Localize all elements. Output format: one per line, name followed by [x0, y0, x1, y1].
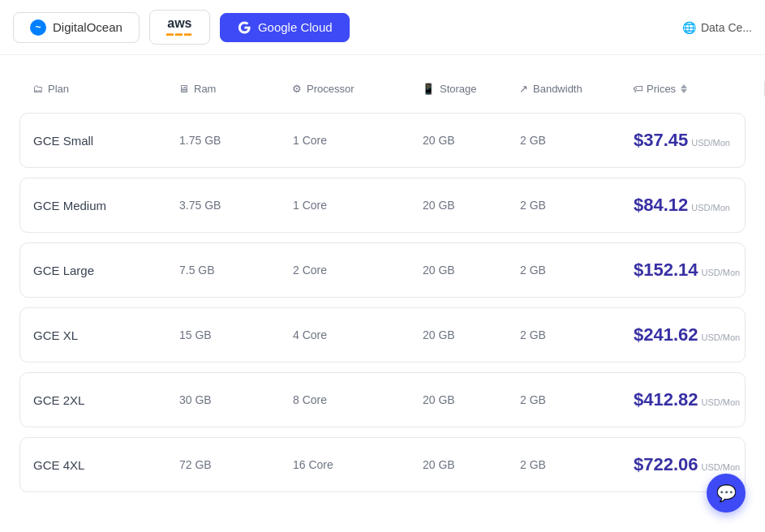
plan-bandwidth: 2 GB: [520, 134, 634, 147]
plan-storage: 20 GB: [423, 458, 520, 471]
storage-column-header: 📱 Storage: [422, 83, 519, 95]
plan-processor: 4 Core: [293, 328, 423, 341]
plan-name: GCE Large: [33, 264, 179, 277]
prices-column-header[interactable]: 🏷 Prices: [633, 83, 765, 95]
bandwidth-column-icon: ↗: [519, 83, 528, 95]
plan-processor: 2 Core: [293, 264, 423, 277]
plan-row[interactable]: GCE XL 15 GB 4 Core 20 GB 2 GB $241.62 U…: [19, 307, 746, 363]
plan-storage: 20 GB: [423, 393, 520, 406]
plan-processor: 1 Core: [293, 199, 423, 212]
plan-processor: 16 Core: [293, 458, 423, 471]
googlecloud-label: Google Cloud: [258, 20, 333, 34]
plan-price: $241.62 USD/Mon: [634, 324, 765, 345]
plan-processor: 8 Core: [293, 393, 423, 406]
price-unit: USD/Mon: [691, 203, 730, 212]
plan-ram: 3.75 GB: [179, 199, 293, 212]
plan-name: GCE 4XL: [33, 458, 179, 472]
ram-column-header: 🖥 Ram: [178, 83, 292, 95]
plan-storage: 20 GB: [423, 328, 520, 341]
plan-storage: 20 GB: [423, 134, 520, 147]
price-unit: USD/Mon: [702, 462, 741, 472]
processor-column-icon: ⚙: [292, 83, 302, 95]
plan-name: GCE Medium: [33, 199, 179, 212]
plan-name: GCE 2XL: [33, 393, 179, 407]
aws-button[interactable]: aws ▬▬▬: [149, 10, 210, 45]
plan-row[interactable]: GCE Large 7.5 GB 2 Core 20 GB 2 GB $152.…: [19, 242, 746, 298]
plan-row[interactable]: GCE 2XL 30 GB 8 Core 20 GB 2 GB $412.82 …: [19, 372, 746, 427]
price-unit: USD/Mon: [702, 332, 741, 342]
price-value: $37.45: [634, 130, 688, 151]
plan-storage: 20 GB: [423, 199, 520, 212]
plan-price: $37.45 USD/Mon: [634, 130, 765, 151]
plan-bandwidth: 2 GB: [520, 264, 634, 277]
price-value: $152.14: [634, 260, 698, 281]
price-value: $84.12: [634, 195, 688, 216]
column-headers: 🗂 Plan 🖥 Ram ⚙ Processor 📱 Storage ↗ Ban…: [19, 71, 746, 106]
price-unit: USD/Mon: [702, 268, 741, 277]
chat-button[interactable]: 💬: [707, 474, 746, 513]
plan-storage: 20 GB: [423, 264, 520, 277]
plan-column-icon: 🗂: [32, 83, 43, 95]
storage-column-icon: 📱: [422, 83, 435, 95]
plan-row[interactable]: GCE Medium 3.75 GB 1 Core 20 GB 2 GB $84…: [19, 178, 746, 233]
price-value: $722.06: [634, 454, 698, 475]
plan-list: GCE Small 1.75 GB 1 Core 20 GB 2 GB $37.…: [19, 113, 746, 492]
googlecloud-icon: [237, 20, 251, 35]
chat-icon: 💬: [716, 483, 737, 503]
plan-bandwidth: 2 GB: [520, 328, 634, 341]
plan-ram: 15 GB: [179, 328, 293, 341]
digitalocean-label: DigitalOcean: [53, 20, 122, 34]
plan-price: $412.82 USD/Mon: [634, 389, 765, 410]
bandwidth-column-header: ↗ Bandwidth: [519, 83, 633, 95]
plan-price: $84.12 USD/Mon: [634, 195, 765, 216]
plan-price: $152.14 USD/Mon: [634, 260, 765, 281]
datacenter-label: Data Ce...: [701, 21, 752, 34]
provider-bar: ~ DigitalOcean aws ▬▬▬ Google Cloud 🌐 Da…: [0, 0, 765, 55]
datacenter-button[interactable]: 🌐 Data Ce...: [682, 21, 752, 34]
plan-ram: 1.75 GB: [179, 134, 293, 147]
plan-bandwidth: 2 GB: [520, 393, 634, 406]
plan-name: GCE XL: [33, 328, 179, 342]
plan-name: GCE Small: [33, 134, 179, 148]
plan-processor: 1 Core: [293, 134, 423, 147]
aws-icon: aws ▬▬▬: [166, 17, 193, 37]
plan-column-header: 🗂 Plan: [32, 83, 178, 95]
price-unit: USD/Mon: [702, 397, 741, 407]
googlecloud-button[interactable]: Google Cloud: [220, 13, 350, 42]
globe-icon: 🌐: [682, 21, 696, 34]
digitalocean-icon: ~: [30, 19, 46, 36]
plan-ram: 72 GB: [179, 458, 293, 471]
digitalocean-button[interactable]: ~ DigitalOcean: [13, 12, 140, 43]
plan-row[interactable]: GCE 4XL 72 GB 16 Core 20 GB 2 GB $722.06…: [19, 437, 746, 492]
ram-column-icon: 🖥: [178, 83, 189, 95]
price-unit: USD/Mon: [691, 138, 730, 148]
sort-icon: [681, 84, 687, 93]
price-value: $241.62: [634, 324, 698, 345]
plan-ram: 30 GB: [179, 393, 293, 406]
plan-bandwidth: 2 GB: [520, 458, 634, 471]
price-value: $412.82: [634, 389, 698, 410]
main-content: 🗂 Plan 🖥 Ram ⚙ Processor 📱 Storage ↗ Ban…: [0, 55, 765, 518]
plan-bandwidth: 2 GB: [520, 199, 634, 212]
plan-ram: 7.5 GB: [179, 264, 293, 277]
plan-row[interactable]: GCE Small 1.75 GB 1 Core 20 GB 2 GB $37.…: [19, 113, 746, 168]
plan-price: $722.06 USD/Mon: [634, 454, 765, 475]
processor-column-header: ⚙ Processor: [292, 83, 422, 95]
prices-column-icon: 🏷: [633, 83, 643, 95]
